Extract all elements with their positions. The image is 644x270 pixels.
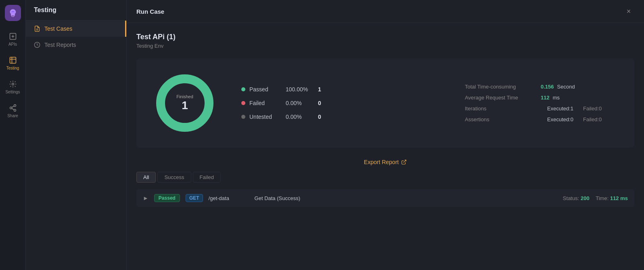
donut-chart: Finished 1 xyxy=(153,71,217,135)
stat-unit-avg-request: ms xyxy=(553,95,560,101)
legend-dot-untested xyxy=(241,115,245,119)
status-label: Status: xyxy=(563,195,581,201)
nav-item-test-cases[interactable]: Test Cases xyxy=(26,21,126,37)
status-code: 200 xyxy=(581,195,590,201)
legend-item-passed: Passed 100.00% 1 xyxy=(241,86,322,93)
nav-panel: Testing Test Cases Test Reports xyxy=(26,0,127,270)
filter-tabs: All Success Failed xyxy=(136,172,634,183)
donut-center: Finished 1 xyxy=(176,94,193,112)
nav-item-test-cases-label: Test Cases xyxy=(44,25,72,32)
stat-row-avg-request: Average Request Time 112 ms xyxy=(465,95,618,101)
legend-name-passed: Passed xyxy=(249,86,282,93)
sidebar-item-settings[interactable]: Settings xyxy=(2,77,24,97)
icon-sidebar: APIs Testing Settings Share xyxy=(0,0,26,270)
filter-tab-all[interactable]: All xyxy=(136,172,156,183)
row-path: /get-data xyxy=(209,195,249,201)
filter-tab-failed[interactable]: Failed xyxy=(193,172,221,183)
svg-line-12 xyxy=(404,160,406,162)
sidebar-item-testing[interactable]: Testing xyxy=(2,53,24,74)
export-report-label: Export Report xyxy=(364,159,399,165)
legend-count-passed: 1 xyxy=(318,86,321,93)
filter-tab-success[interactable]: Success xyxy=(157,172,191,183)
svg-line-5 xyxy=(12,108,14,110)
time-label: Time: xyxy=(596,195,610,201)
run-subtitle: Testing Env xyxy=(136,43,634,49)
status-badge-passed: Passed xyxy=(154,194,180,202)
nav-panel-title: Testing xyxy=(26,0,126,21)
stat-label-assertions: Assertions xyxy=(465,116,537,122)
stat-label-iterations: Iterations xyxy=(465,105,537,112)
modal-header: Run Case × xyxy=(127,0,644,23)
table-row: ► Passed GET /get-data Get Data (Success… xyxy=(136,189,634,207)
stat-row-time-consuming: Total Time-consuming 0.156 Second xyxy=(465,84,618,90)
legend-item-failed: Failed 0.00% 0 xyxy=(241,100,322,106)
run-title: Test APi (1) xyxy=(136,33,634,41)
donut-label: Finished xyxy=(176,94,193,99)
time-value: 112 ms xyxy=(610,195,628,201)
nav-item-test-reports-label: Test Reports xyxy=(44,42,76,48)
method-badge-get: GET xyxy=(186,194,203,202)
legend: Passed 100.00% 1 Failed 0.00% 0 Untested… xyxy=(241,86,322,120)
donut-number: 1 xyxy=(176,99,193,112)
main-content: Run Case × Test APi (1) Testing Env Fini… xyxy=(127,0,644,270)
stat-label-time-consuming: Total Time-consuming xyxy=(465,84,537,90)
stat-unit-time-consuming: Second xyxy=(557,84,575,90)
svg-line-6 xyxy=(12,106,14,107)
app-logo xyxy=(5,5,21,21)
stats-section: Total Time-consuming 0.156 Second Averag… xyxy=(465,84,618,122)
legend-pct-passed: 100.00% xyxy=(286,86,314,93)
legend-count-untested: 0 xyxy=(318,114,321,120)
legend-item-untested: Untested 0.00% 0 xyxy=(241,114,322,120)
export-row: Export Report xyxy=(136,156,634,172)
export-report-button[interactable]: Export Report xyxy=(364,159,407,165)
stat-label-avg-request: Average Request Time xyxy=(465,95,537,101)
legend-dot-passed xyxy=(241,87,245,91)
row-description: Get Data (Success) xyxy=(255,195,557,201)
row-status: Status: 200 Time: 112 ms xyxy=(563,195,628,201)
svg-point-1 xyxy=(12,83,14,85)
stat-value-avg-request: 112 xyxy=(541,95,550,101)
stat-failed-assertions: Failed:0 xyxy=(583,116,602,122)
svg-point-4 xyxy=(14,109,16,111)
stat-row-iterations: Iterations Executed:1 Failed:0 xyxy=(465,105,618,112)
modal-title: Run Case xyxy=(136,8,164,15)
sidebar-item-share[interactable]: Share xyxy=(2,101,24,121)
legend-count-failed: 0 xyxy=(318,100,321,106)
legend-pct-failed: 0.00% xyxy=(286,100,314,106)
expand-button[interactable]: ► xyxy=(143,195,148,201)
legend-name-untested: Untested xyxy=(249,114,282,120)
stat-secondary-assertions: Executed:0 xyxy=(547,116,573,122)
chart-section: Finished 1 Passed 100.00% 1 Failed xyxy=(136,59,634,148)
stat-row-assertions: Assertions Executed:0 Failed:0 xyxy=(465,116,618,122)
close-button[interactable]: × xyxy=(623,6,634,17)
nav-item-test-reports[interactable]: Test Reports xyxy=(26,37,126,53)
stat-secondary-iterations: Executed:1 xyxy=(547,105,573,112)
stat-value-time-consuming: 0.156 xyxy=(541,84,554,90)
sidebar-item-apis[interactable]: APIs xyxy=(2,29,24,50)
svg-point-3 xyxy=(10,107,12,109)
modal-body: Test APi (1) Testing Env Finished 1 xyxy=(127,23,644,270)
legend-name-failed: Failed xyxy=(249,100,282,106)
svg-point-2 xyxy=(14,105,16,107)
legend-dot-failed xyxy=(241,101,245,105)
run-case-modal: Run Case × Test APi (1) Testing Env Fini… xyxy=(127,0,644,270)
stat-failed-iterations: Failed:0 xyxy=(583,105,602,112)
legend-pct-untested: 0.00% xyxy=(286,114,314,120)
